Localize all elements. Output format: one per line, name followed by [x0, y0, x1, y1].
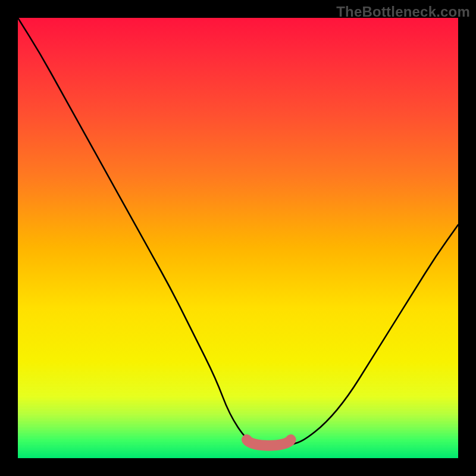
plot-area [18, 18, 458, 458]
bottleneck-curve [18, 18, 458, 445]
watermark-text: TheBottleneck.com [336, 4, 470, 20]
flat-bottom-marker [247, 440, 291, 446]
chart-frame: TheBottleneck.com [0, 0, 476, 476]
curve-svg [18, 18, 458, 458]
